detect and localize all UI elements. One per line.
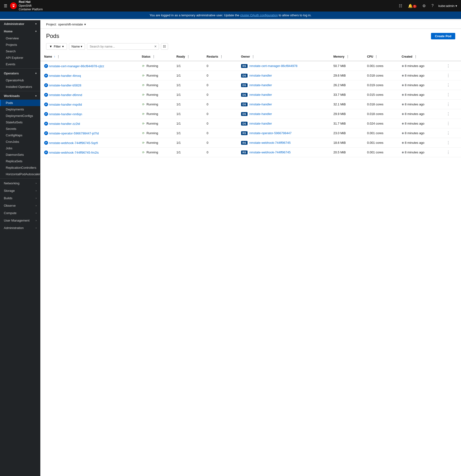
pod-actions-cell-8: ⋮ (442, 138, 461, 148)
pod-created-cell-2: ◉ 8 minutes ago (398, 80, 442, 90)
owner-badge-1: DS (241, 74, 248, 77)
sidebar-home-header[interactable]: Home ▾ (0, 28, 40, 35)
pod-row-actions-0[interactable]: ⋮ (445, 63, 451, 68)
user-menu[interactable]: kube:admin ▾ (438, 4, 457, 8)
search-input[interactable] (87, 43, 152, 50)
create-pod-button[interactable]: Create Pod (431, 33, 455, 39)
col-created[interactable]: Created ⋮ (398, 52, 442, 61)
pod-name-link-2[interactable]: nmstate-handler-b5828 (49, 84, 81, 87)
pod-row-actions-3[interactable]: ⋮ (445, 92, 451, 97)
owner-link-7[interactable]: nmstate-operator-5966798447 (249, 131, 292, 135)
sidebar-operators-header[interactable]: Operators ▾ (0, 70, 40, 77)
pod-row-actions-6[interactable]: ⋮ (445, 121, 451, 126)
col-ready-options[interactable]: ⋮ (187, 55, 190, 58)
sidebar-builds[interactable]: Builds › (0, 195, 40, 202)
col-created-options[interactable]: ⋮ (414, 55, 417, 58)
col-memory-options[interactable]: ⋮ (346, 55, 349, 58)
project-selector[interactable]: Project: openshift-nmstate ▾ (46, 23, 86, 26)
owner-link-1[interactable]: nmstate-handler (249, 74, 272, 77)
sidebar-item-installed-operators[interactable]: Installed Operators (0, 84, 40, 90)
help-icon[interactable]: ? (430, 3, 435, 9)
sidebar-item-replicationcontrollers[interactable]: ReplicationControllers (0, 164, 40, 171)
pod-name-link-6[interactable]: nmstate-handler-zz2td (49, 122, 80, 126)
sidebar-item-hpa[interactable]: HorizontalPodAutoscalers (0, 171, 40, 177)
col-name[interactable]: Name ↑ ⋮ (40, 52, 138, 61)
sidebar-item-configmaps[interactable]: ConfigMaps (0, 132, 40, 138)
pods-table-body: P nmstate-cert-manager-86cf844978-cjlzz … (40, 61, 461, 157)
owner-link-8[interactable]: nmstate-webhook-744ff96745 (249, 141, 291, 144)
pod-row-actions-7[interactable]: ⋮ (445, 131, 451, 136)
pod-row-actions-8[interactable]: ⋮ (445, 140, 451, 145)
col-restarts[interactable]: Restarts ⋮ (203, 52, 237, 61)
sidebar-item-api-explorer[interactable]: API Explorer (0, 54, 40, 61)
sidebar-networking[interactable]: Networking › (0, 179, 40, 187)
pod-actions-cell-0: ⋮ (442, 61, 461, 71)
col-name-options[interactable]: ⋮ (57, 55, 60, 58)
col-owner-options[interactable]: ⋮ (252, 55, 255, 58)
pod-name-link-1[interactable]: nmstate-handler-4lmxq (49, 74, 81, 77)
sidebar-item-pods[interactable]: Pods (0, 100, 40, 106)
pod-name-link-4[interactable]: nmstate-handler-mqx8d (49, 103, 82, 106)
pod-row-actions-4[interactable]: ⋮ (445, 102, 451, 107)
col-status[interactable]: Status ⋮ (138, 52, 173, 61)
sidebar-item-deployments[interactable]: Deployments (0, 106, 40, 113)
pod-name-link-7[interactable]: nmstate-operator-5966798447-jd7ld (49, 132, 99, 135)
sidebar-item-events[interactable]: Events (0, 61, 40, 68)
hamburger-menu[interactable]: ☰ (4, 4, 7, 8)
pod-row-actions-5[interactable]: ⋮ (445, 111, 451, 116)
sidebar-item-operatorhub[interactable]: OperatorHub (0, 77, 40, 84)
sidebar-item-secrets[interactable]: Secrets (0, 126, 40, 132)
pod-name-link-3[interactable]: nmstate-handler-d6mnd (49, 93, 82, 97)
col-status-options[interactable]: ⋮ (152, 55, 155, 58)
notifications-icon[interactable]: 🔔3 (407, 3, 418, 9)
manage-columns-button[interactable]: ☷ (161, 43, 168, 50)
owner-link-3[interactable]: nmstate-handler (249, 93, 272, 96)
pod-row-actions-9[interactable]: ⋮ (445, 150, 451, 155)
filter-button[interactable]: ▼ Filter ▾ (46, 43, 67, 50)
sidebar-observe[interactable]: Observe › (0, 202, 40, 209)
sidebar-storage[interactable]: Storage › (0, 187, 40, 195)
pod-name-link-5[interactable]: nmstate-handler-nm6qn (49, 112, 82, 116)
sidebar-administration[interactable]: Administration › (0, 224, 40, 232)
col-cpu[interactable]: CPU ⋮ (363, 52, 398, 61)
sidebar-item-cronjobs[interactable]: CronJobs (0, 138, 40, 145)
sidebar-item-deploymentconfigs[interactable]: DeploymentConfigs (0, 113, 40, 119)
col-cpu-options[interactable]: ⋮ (375, 55, 378, 58)
pod-row-actions-2[interactable]: ⋮ (445, 83, 451, 88)
sidebar-item-statefulsets[interactable]: StatefulSets (0, 119, 40, 126)
pod-status-0: Running (146, 64, 158, 68)
sidebar-item-daemonsets[interactable]: DaemonSets (0, 152, 40, 158)
sidebar-compute[interactable]: Compute › (0, 209, 40, 217)
sidebar-item-replicasets[interactable]: ReplicaSets (0, 158, 40, 164)
settings-icon[interactable]: ⚙ (421, 3, 427, 9)
sidebar-item-overview[interactable]: Overview (0, 35, 40, 42)
owner-link-6[interactable]: nmstate-handler (249, 122, 272, 125)
apps-icon[interactable]: ☷ (398, 3, 403, 9)
owner-link-5[interactable]: nmstate-handler (249, 112, 272, 116)
status-running-icon-7: ⟳ (142, 132, 145, 135)
owner-link-9[interactable]: nmstate-webhook-744ff96745 (249, 151, 291, 154)
table-header: Name ↑ ⋮ Status ⋮ Ready ⋮ Restarts ⋮ (40, 52, 461, 61)
pod-row-actions-1[interactable]: ⋮ (445, 73, 451, 78)
sidebar-user-management[interactable]: User Management › (0, 217, 40, 224)
col-memory[interactable]: Memory ⋮ (330, 52, 363, 61)
pod-name-link-8[interactable]: nmstate-webhook-744ff96745-5qzfi (49, 141, 98, 145)
owner-link-0[interactable]: nmstate-cert-manager-86cf844978 (249, 64, 298, 68)
sidebar-item-search[interactable]: Search (0, 48, 40, 54)
oauth-config-link[interactable]: cluster OAuth configuration (240, 13, 278, 17)
sidebar-admin-header[interactable]: Administrator ▾ (0, 20, 40, 28)
pod-ready-cell-4: 1/1 (173, 100, 203, 109)
col-ready[interactable]: Ready ⋮ (173, 52, 203, 61)
sidebar-workloads-header[interactable]: Workloads ▾ (0, 92, 40, 100)
owner-link-2[interactable]: nmstate-handler (249, 83, 272, 87)
pod-name-link-9[interactable]: nmstate-webhook-744ff96745-fm2ls (49, 151, 99, 154)
col-restarts-options[interactable]: ⋮ (220, 55, 223, 58)
sidebar-item-projects[interactable]: Projects (0, 42, 40, 48)
name-selector[interactable]: Name ▾ (69, 43, 85, 50)
sidebar-item-jobs[interactable]: Jobs (0, 145, 40, 152)
pod-name-link-0[interactable]: nmstate-cert-manager-86cf844978-cjlzz (49, 64, 104, 68)
owner-link-4[interactable]: nmstate-handler (249, 102, 272, 106)
pod-restarts-7: 0 (207, 131, 208, 135)
col-owner[interactable]: Owner ⋮ (237, 52, 330, 61)
search-clear-icon[interactable]: ✕ (152, 43, 159, 50)
